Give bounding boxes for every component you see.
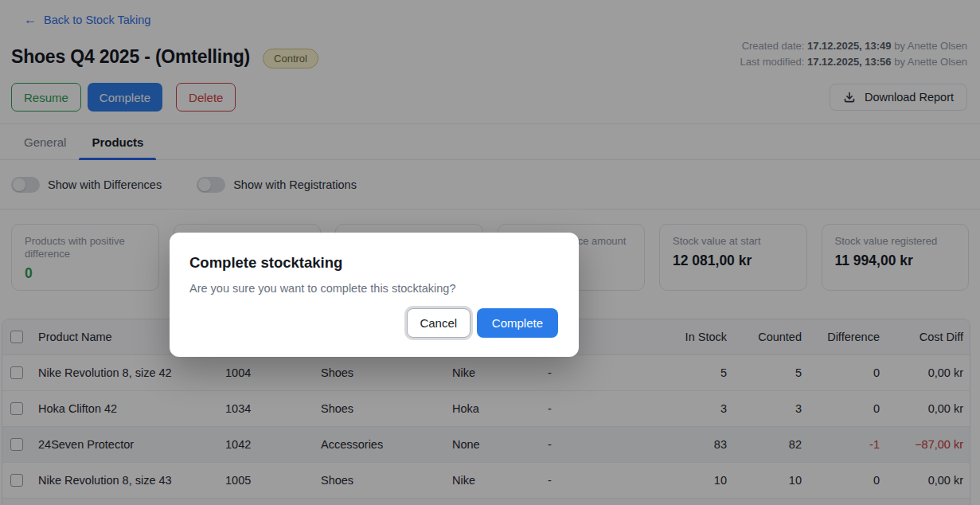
confirm-complete-button[interactable]: Complete bbox=[477, 308, 558, 338]
dialog-actions: Cancel Complete bbox=[407, 308, 558, 338]
complete-stocktaking-dialog: Complete stocktaking Are you sure you wa… bbox=[170, 233, 579, 357]
dialog-title: Complete stocktaking bbox=[189, 254, 558, 272]
dialog-message: Are you sure you want to complete this s… bbox=[189, 282, 558, 295]
cancel-button[interactable]: Cancel bbox=[407, 308, 470, 338]
